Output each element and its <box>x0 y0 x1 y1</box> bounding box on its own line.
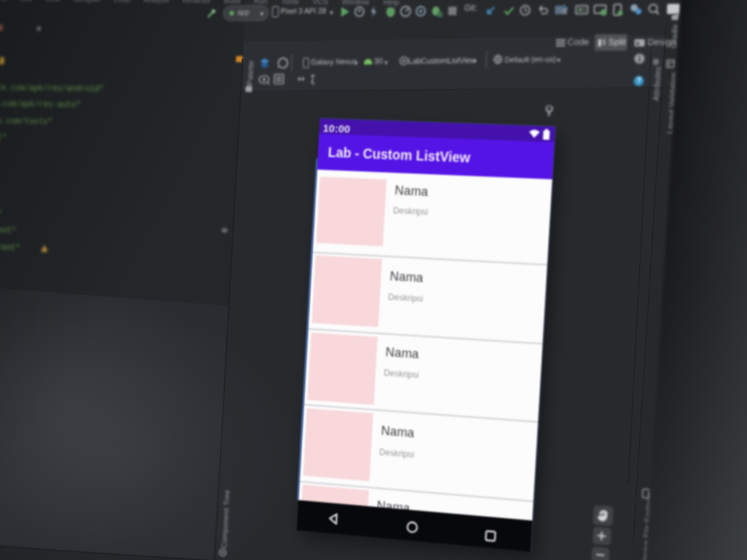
svg-text:?: ? <box>636 77 641 85</box>
